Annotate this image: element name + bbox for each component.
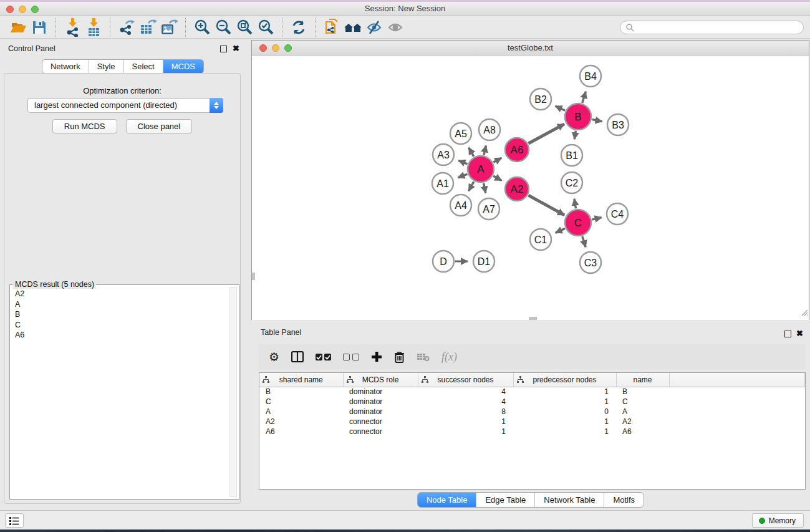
column-header-successor-nodes[interactable]: successor nodes <box>418 373 513 387</box>
split-panel-icon[interactable] <box>291 351 304 362</box>
mcds-result-item[interactable]: A <box>10 299 229 310</box>
network-hscroll-thumb[interactable] <box>529 317 537 320</box>
graph-edge-A-A8[interactable] <box>484 145 486 155</box>
tab-network-table[interactable]: Network Table <box>534 493 604 507</box>
graph-edge-A-A2[interactable] <box>493 176 501 180</box>
tab-style[interactable]: Style <box>89 60 123 73</box>
mcds-result-item[interactable]: A6 <box>10 330 229 341</box>
graph-node-A8[interactable]: A8 <box>479 119 500 140</box>
refresh-layout-icon[interactable] <box>288 17 309 37</box>
table-row[interactable]: A6connector11A6 <box>259 427 805 437</box>
tab-select[interactable]: Select <box>123 60 163 73</box>
network-vscroll-thumb[interactable] <box>252 273 255 280</box>
table-panel-close-icon[interactable]: ✖ <box>796 330 803 337</box>
column-header-name[interactable]: name <box>616 373 669 387</box>
graph-node-A5[interactable]: A5 <box>450 123 471 144</box>
graph-edge-C-C2[interactable] <box>574 199 576 209</box>
export-network-icon[interactable] <box>116 17 137 37</box>
tab-mcds[interactable]: MCDS <box>163 60 203 73</box>
graph-node-A6[interactable]: A6 <box>505 138 529 162</box>
mcds-result-item[interactable]: C <box>10 320 229 331</box>
graph-edge-A-A6[interactable] <box>493 158 501 162</box>
table-row[interactable]: Bdominator41B <box>259 387 805 397</box>
open-session-icon[interactable] <box>7 17 29 37</box>
graph-node-C1[interactable]: C1 <box>530 229 551 250</box>
duplicate-network-icon[interactable] <box>321 17 342 37</box>
graph-node-B2[interactable]: B2 <box>530 89 551 110</box>
add-column-icon[interactable] <box>371 351 382 362</box>
graph-edge-C-C4[interactable] <box>592 218 601 220</box>
float-panel-icon[interactable] <box>220 46 227 52</box>
window-resize-grip[interactable] <box>799 307 808 319</box>
close-panel-button[interactable]: Close panel <box>126 119 193 133</box>
graph-edge-B-B3[interactable] <box>592 120 602 122</box>
graph-node-A3[interactable]: A3 <box>433 144 454 165</box>
graph-node-B1[interactable]: B1 <box>561 145 582 166</box>
graph-node-C2[interactable]: C2 <box>561 172 582 193</box>
graph-node-B3[interactable]: B3 <box>607 114 629 135</box>
task-history-button[interactable] <box>5 513 24 528</box>
select-all-columns-icon[interactable] <box>316 354 331 360</box>
graph-edge-A-A1[interactable] <box>458 174 467 178</box>
mcds-result-item[interactable]: A2 <box>10 289 229 299</box>
graph-node-D1[interactable]: D1 <box>473 251 494 272</box>
hide-panels-icon[interactable] <box>364 17 385 37</box>
graph-node-C3[interactable]: C3 <box>580 252 601 273</box>
graph-node-B4[interactable]: B4 <box>580 65 601 87</box>
tab-node-table[interactable]: Node Table <box>418 493 476 507</box>
zoom-fit-icon[interactable] <box>234 17 255 37</box>
memory-button[interactable]: Memory <box>752 513 804 528</box>
graph-edge-C-C3[interactable] <box>582 236 586 247</box>
deselect-all-columns-icon[interactable] <box>343 354 359 360</box>
graph-node-C4[interactable]: C4 <box>607 203 628 225</box>
column-header-shared-name[interactable]: shared name <box>259 373 343 387</box>
graph-node-A4[interactable]: A4 <box>450 195 471 216</box>
table-row[interactable]: Adominator80A <box>259 407 805 417</box>
table-row[interactable]: A2connector11A2 <box>259 417 805 427</box>
table-settings-gear-icon[interactable]: ⚙ <box>269 351 279 363</box>
graph-edge-A-A7[interactable] <box>484 183 486 193</box>
graph-node-A2[interactable]: A2 <box>505 177 529 201</box>
graph-edge-B-B4[interactable] <box>582 92 586 103</box>
graph-edge-A-A5[interactable] <box>469 148 474 157</box>
graph-node-D[interactable]: D <box>433 251 454 272</box>
export-image-icon[interactable] <box>158 17 180 37</box>
graph-edge-A-A3[interactable] <box>458 160 467 163</box>
column-header-mcds-role[interactable]: MCDS role <box>343 373 418 387</box>
graph-edge-B-B2[interactable] <box>556 106 566 110</box>
search-input[interactable] <box>620 21 804 34</box>
graph-node-A[interactable]: A <box>468 156 494 182</box>
optimization-criterion-select[interactable]: largest connected component (directed) <box>27 98 223 113</box>
result-list-scrollbar[interactable] <box>229 287 237 497</box>
graph-node-C[interactable]: C <box>565 210 591 236</box>
delete-column-trash-icon[interactable] <box>394 351 405 363</box>
table-panel-float-icon[interactable] <box>784 331 791 337</box>
table-cell-filler <box>669 407 805 417</box>
mcds-result-item[interactable]: B <box>10 309 229 320</box>
zoom-out-icon[interactable] <box>213 17 234 37</box>
table-row[interactable]: Cdominator41C <box>259 397 805 407</box>
export-table-icon[interactable] <box>137 17 158 37</box>
network-canvas[interactable]: AA1A2A3A4A5A6A7A8BB1B2B3B4CC1C2C3C4DD1 <box>252 56 809 320</box>
column-header-predecessor-nodes[interactable]: predecessor nodes <box>513 373 616 387</box>
import-network-icon[interactable] <box>62 17 83 37</box>
zoom-selected-icon[interactable] <box>255 17 276 37</box>
tab-network[interactable]: Network <box>42 60 89 73</box>
show-all-networks-icon[interactable] <box>342 17 364 37</box>
run-mcds-button[interactable]: Run MCDS <box>52 119 117 133</box>
graph-node-B[interactable]: B <box>565 104 591 130</box>
graph-edge-A6-B[interactable] <box>528 124 564 143</box>
zoom-in-icon[interactable] <box>191 17 213 37</box>
tab-edge-table[interactable]: Edge Table <box>476 493 534 507</box>
graph-edge-A2-C[interactable] <box>528 195 564 215</box>
graph-node-A1[interactable]: A1 <box>432 173 453 194</box>
graph-edge-B-B1[interactable] <box>574 131 576 140</box>
save-session-icon[interactable] <box>29 17 50 37</box>
tab-motifs[interactable]: Motifs <box>604 493 644 507</box>
graph-node-A7[interactable]: A7 <box>478 198 499 220</box>
close-panel-icon[interactable]: ✖ <box>233 45 239 52</box>
import-table-icon[interactable] <box>83 17 104 37</box>
network-window-titlebar[interactable]: testGlobe.txt <box>252 41 809 56</box>
graph-edge-A-A4[interactable] <box>469 181 474 191</box>
graph-edge-C-C1[interactable] <box>556 228 565 233</box>
